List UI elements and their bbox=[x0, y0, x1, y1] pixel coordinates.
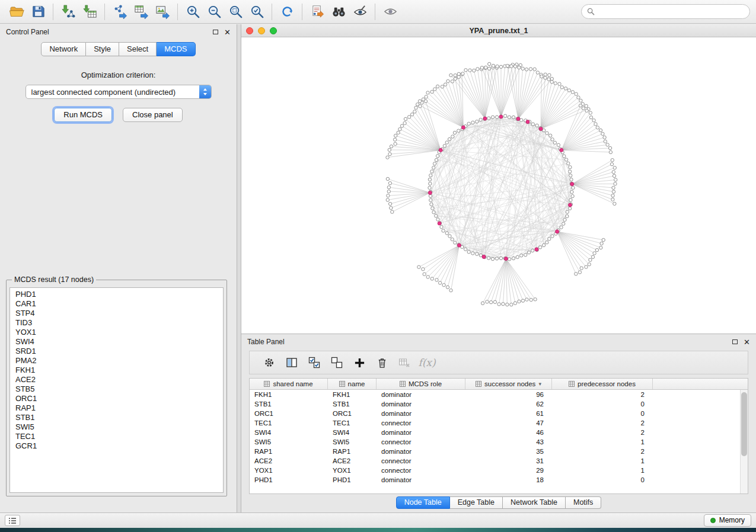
list-item[interactable]: STB1 bbox=[15, 413, 223, 422]
table-cell: 62 bbox=[465, 400, 552, 408]
tab-style[interactable]: Style bbox=[86, 42, 119, 56]
tab-network[interactable]: Network bbox=[41, 42, 86, 56]
export-network-button[interactable] bbox=[109, 2, 130, 21]
table-scrollbar[interactable] bbox=[740, 390, 748, 493]
float-panel-icon[interactable] bbox=[213, 30, 218, 34]
table-row[interactable]: RAP1RAP1dominator352 bbox=[250, 447, 748, 456]
close-table-panel-icon[interactable]: ✕ bbox=[744, 338, 750, 346]
table-cell: 0 bbox=[552, 476, 653, 483]
list-item[interactable]: RAP1 bbox=[15, 403, 223, 413]
tab-network-table[interactable]: Network Table bbox=[503, 496, 566, 509]
table-cell: 18 bbox=[465, 476, 552, 483]
run-mcds-button[interactable]: Run MCDS bbox=[54, 108, 112, 122]
zoom-selected-button[interactable] bbox=[246, 2, 267, 21]
mcds-result-list[interactable]: PHD1CAR1STP4TID3YOX1SWI4SRD1PMA2FKH1ACE2… bbox=[9, 287, 224, 493]
table-row[interactable]: PHD1PHD1dominator180 bbox=[250, 475, 748, 485]
import-network-button[interactable] bbox=[58, 2, 79, 21]
tab-mcds[interactable]: MCDS bbox=[157, 42, 195, 56]
delete-column-button[interactable] bbox=[371, 352, 393, 373]
tab-edge-table[interactable]: Edge Table bbox=[450, 496, 503, 509]
list-item[interactable]: STB5 bbox=[15, 384, 223, 394]
select-all-button[interactable] bbox=[303, 352, 326, 373]
column-label: MCDS role bbox=[409, 380, 442, 387]
save-button[interactable] bbox=[27, 2, 49, 21]
table-row[interactable]: YOX1YOX1connector291 bbox=[250, 466, 748, 475]
tab-node-table[interactable]: Node Table bbox=[396, 496, 450, 509]
list-item[interactable]: ORC1 bbox=[15, 394, 223, 403]
table-row[interactable]: FKH1FKH1dominator962 bbox=[250, 390, 748, 399]
list-item[interactable]: TID3 bbox=[15, 318, 223, 328]
open-button[interactable] bbox=[6, 2, 27, 21]
column-label: name bbox=[348, 380, 365, 387]
control-panel-tabs: Network Style Select MCDS bbox=[0, 42, 237, 56]
column-header-shared-name[interactable]: shared name bbox=[250, 379, 328, 389]
deselect-all-button[interactable] bbox=[326, 352, 348, 373]
table-row[interactable]: SWI5SWI5connector431 bbox=[250, 437, 748, 447]
table-cell: 1 bbox=[552, 467, 653, 474]
table-scrollbar-thumb[interactable] bbox=[741, 392, 747, 456]
import-table-button[interactable] bbox=[79, 2, 100, 21]
eye-edit-button[interactable] bbox=[349, 2, 371, 21]
tab-select[interactable]: Select bbox=[119, 42, 157, 56]
list-item[interactable]: SRD1 bbox=[15, 347, 223, 356]
show-columns-button[interactable] bbox=[280, 352, 303, 373]
list-item[interactable]: PHD1 bbox=[15, 290, 223, 299]
list-item[interactable]: STP4 bbox=[15, 309, 223, 318]
zoom-fit-button[interactable] bbox=[225, 2, 246, 21]
table-row[interactable]: SWI4SWI4dominator462 bbox=[250, 428, 748, 437]
add-column-button[interactable] bbox=[348, 352, 371, 373]
column-grid-icon bbox=[339, 381, 345, 387]
column-header-predecessor-nodes[interactable]: predecessor nodes bbox=[552, 379, 653, 389]
function-builder-button[interactable]: f(x) bbox=[416, 352, 438, 373]
list-item[interactable]: SWI5 bbox=[15, 422, 223, 432]
columns-icon bbox=[286, 357, 298, 368]
float-table-panel-icon[interactable] bbox=[732, 339, 738, 344]
list-item[interactable]: TEC1 bbox=[15, 432, 223, 441]
column-header-name[interactable]: name bbox=[328, 379, 377, 389]
list-item[interactable]: PMA2 bbox=[15, 356, 223, 366]
table-row[interactable]: TEC1TEC1connector472 bbox=[250, 418, 748, 428]
table-cell: dominator bbox=[377, 429, 465, 436]
panel-splitter[interactable] bbox=[237, 24, 241, 512]
optimization-criterion-label: Optimization criterion: bbox=[0, 70, 237, 79]
network-view-window: YPA_prune.txt_1 bbox=[241, 24, 756, 334]
table-row[interactable]: ACE2ACE2connector311 bbox=[250, 456, 748, 466]
task-history-button[interactable] bbox=[5, 515, 20, 526]
close-panel-button[interactable]: Close panel bbox=[123, 108, 183, 122]
criterion-dropdown-value: largest connected component (undirected) bbox=[26, 88, 199, 97]
zoom-in-button[interactable] bbox=[182, 2, 203, 21]
table-row[interactable]: ORC1ORC1dominator610 bbox=[250, 409, 748, 418]
toolbar-separator bbox=[177, 4, 178, 20]
table-row[interactable]: STB1STB1dominator620 bbox=[250, 399, 748, 409]
list-item[interactable]: ACE2 bbox=[15, 375, 223, 384]
criterion-dropdown[interactable]: largest connected component (undirected) bbox=[25, 85, 212, 99]
list-item[interactable]: GCR1 bbox=[15, 441, 223, 451]
delete-table-button[interactable] bbox=[393, 352, 416, 373]
column-header-successor-nodes[interactable]: successor nodes ▾ bbox=[465, 379, 552, 389]
network-window-titlebar[interactable]: YPA_prune.txt_1 bbox=[241, 24, 756, 37]
table-cell: RAP1 bbox=[250, 448, 328, 455]
memory-button[interactable]: Memory bbox=[704, 514, 751, 527]
list-item[interactable]: SWI4 bbox=[15, 337, 223, 347]
search-box[interactable] bbox=[581, 4, 750, 19]
table-cell: dominator bbox=[377, 476, 465, 483]
list-item[interactable]: FKH1 bbox=[15, 366, 223, 375]
export-image-button[interactable] bbox=[152, 2, 173, 21]
table-cell: dominator bbox=[377, 448, 465, 455]
clipboard-share-button[interactable] bbox=[307, 2, 328, 21]
tab-motifs[interactable]: Motifs bbox=[566, 496, 601, 509]
network-graph-canvas[interactable] bbox=[241, 37, 756, 334]
table-cell: 2 bbox=[552, 391, 653, 398]
list-item[interactable]: YOX1 bbox=[15, 328, 223, 337]
table-cell: ORC1 bbox=[328, 410, 377, 417]
eye-button[interactable] bbox=[379, 2, 401, 21]
close-panel-icon[interactable]: ✕ bbox=[224, 28, 231, 36]
table-settings-button[interactable] bbox=[258, 352, 280, 373]
search-input[interactable] bbox=[598, 8, 744, 16]
zoom-out-button[interactable] bbox=[203, 2, 225, 21]
export-table-button[interactable] bbox=[130, 2, 152, 21]
list-item[interactable]: CAR1 bbox=[15, 299, 223, 309]
search-network-button[interactable] bbox=[328, 2, 349, 21]
column-header-mcds-role[interactable]: MCDS role bbox=[377, 379, 465, 389]
refresh-button[interactable] bbox=[276, 2, 298, 21]
